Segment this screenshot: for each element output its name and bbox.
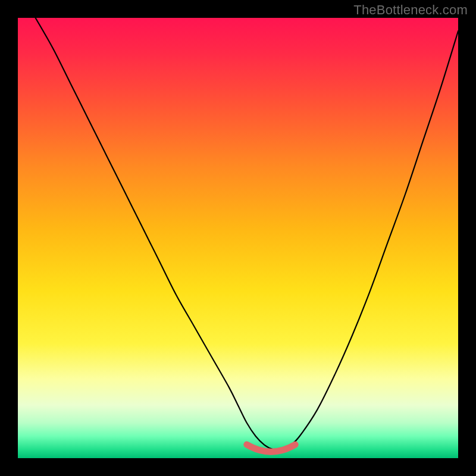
curve-layer xyxy=(18,18,458,458)
chart-frame: TheBottleneck.com xyxy=(0,0,476,476)
plot-area xyxy=(18,18,458,458)
watermark-text: TheBottleneck.com xyxy=(353,2,468,18)
bottleneck-curve-path xyxy=(36,18,458,450)
